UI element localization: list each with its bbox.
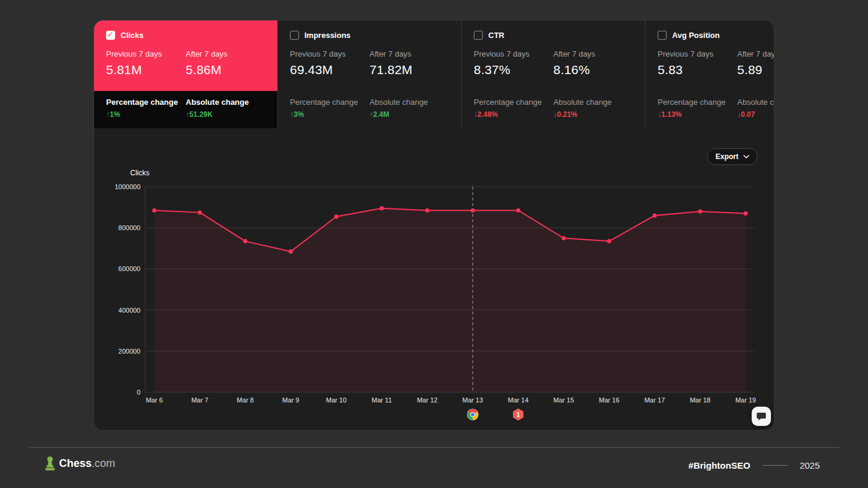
footer-dash — [763, 465, 788, 466]
x-tick-label: Mar 12 — [417, 396, 438, 404]
absolute-change-value: ↑51.29K — [186, 110, 265, 119]
metric-tab-ctr[interactable]: CTR Previous 7 days 8.37% After 7 days 8… — [461, 20, 645, 128]
metric-values: Previous 7 days 69.43M After 7 days 71.8… — [278, 49, 461, 77]
metric-values: Previous 7 days 5.81M After 7 days 5.86M — [94, 49, 277, 77]
data-point[interactable] — [425, 208, 429, 213]
previous-period-value: 5.81M — [106, 63, 186, 77]
previous-period-label: Previous 7 days — [290, 49, 370, 58]
metric-tab-impressions[interactable]: Impressions Previous 7 days 69.43M After… — [277, 20, 461, 128]
brand-suffix: .com — [92, 457, 115, 469]
metric-tab-label: Clicks — [121, 31, 143, 40]
absolute-change-label: Absolute change — [370, 98, 449, 107]
y-tick-label: 200000 — [118, 348, 140, 355]
percentage-change-label: Percentage change — [658, 98, 737, 107]
brand-text: Chess.com — [59, 455, 115, 471]
after-period-label: After 7 days — [370, 49, 449, 58]
percentage-change-value: ↑1% — [106, 110, 186, 119]
chevron-down-icon — [743, 155, 749, 158]
footer-right: #BrightonSEO 2025 — [688, 460, 820, 471]
note-marker[interactable]: 1 — [513, 408, 523, 421]
percentage-change-value: ↓1.13% — [658, 110, 737, 119]
export-button-label: Export — [715, 152, 738, 161]
series-area — [154, 208, 746, 392]
clicks-checkbox[interactable] — [106, 31, 115, 40]
event-year: 2025 — [800, 460, 820, 471]
after-period-value: 8.16% — [553, 63, 633, 77]
x-tick-label: Mar 10 — [326, 396, 347, 404]
data-point[interactable] — [744, 211, 748, 216]
y-tick-label: 800000 — [118, 224, 140, 231]
after-period-label: After 7 days — [186, 49, 265, 58]
data-point[interactable] — [334, 214, 338, 219]
absolute-change-label: Absolute change — [737, 98, 775, 107]
change-strip: Percentage change ↓2.48% Absolute change… — [462, 91, 645, 128]
data-point[interactable] — [516, 208, 520, 213]
percentage-change-label: Percentage change — [474, 98, 553, 107]
previous-period-value: 69.43M — [290, 63, 370, 77]
footer-divider — [29, 447, 839, 448]
previous-period-label: Previous 7 days — [474, 49, 553, 58]
tab-head: Avg Position — [646, 20, 775, 40]
chess-pawn-icon — [43, 455, 57, 471]
slide-background: { "metrics": [ {"label":"Clicks","select… — [0, 0, 868, 488]
percentage-change-label: Percentage change — [290, 98, 370, 107]
x-tick-label: Mar 8 — [237, 396, 254, 404]
y-tick-label: 0 — [137, 389, 140, 396]
absolute-change-value: ↓0.21% — [553, 110, 633, 119]
chart-section: Export Clicks 02000004000006000008000001… — [94, 128, 774, 430]
x-tick-label: Mar 9 — [282, 396, 299, 404]
chat-bubble-icon — [756, 411, 767, 422]
avg-position-checkbox[interactable] — [658, 31, 667, 40]
chart-title: Clicks — [130, 169, 149, 177]
previous-period-value: 5.83 — [658, 63, 737, 77]
data-point[interactable] — [243, 239, 247, 243]
tab-head: Clicks — [94, 20, 277, 40]
x-tick-label: Mar 13 — [462, 396, 483, 404]
data-point[interactable] — [698, 209, 702, 213]
svg-text:1: 1 — [517, 411, 520, 418]
metric-tab-avg-position[interactable]: Avg Position Previous 7 days 5.83 After … — [645, 20, 775, 128]
data-point[interactable] — [153, 208, 157, 213]
y-tick-label: 1000000 — [115, 183, 140, 190]
percentage-change-label: Percentage change — [106, 98, 186, 107]
percentage-change-value: ↓2.48% — [474, 110, 553, 119]
data-point[interactable] — [289, 249, 293, 254]
x-tick-label: Mar 16 — [599, 396, 619, 404]
data-point[interactable] — [607, 239, 611, 243]
previous-period-label: Previous 7 days — [658, 49, 737, 58]
x-tick-label: Mar 17 — [644, 396, 665, 404]
absolute-change-label: Absolute change — [553, 98, 633, 107]
x-tick-label: Mar 11 — [372, 396, 392, 404]
data-point[interactable] — [562, 236, 566, 240]
after-period-value: 5.86M — [186, 63, 265, 77]
change-strip: Percentage change ↑3% Absolute change ↑2… — [278, 91, 461, 128]
metric-tab-label: CTR — [488, 31, 505, 40]
brand-main: Chess — [59, 457, 92, 469]
analytics-panel: Clicks Previous 7 days 5.81M After 7 day… — [93, 20, 775, 431]
event-hashtag: #BrightonSEO — [688, 460, 750, 471]
after-period-value: 5.89 — [737, 63, 775, 77]
tab-head: Impressions — [278, 20, 461, 40]
absolute-change-value: ↓0.07 — [737, 110, 775, 119]
chrome-icon[interactable] — [467, 409, 479, 421]
metric-tab-label: Avg Position — [672, 31, 720, 40]
y-tick-label: 400000 — [118, 307, 140, 314]
chat-widget-button[interactable] — [752, 407, 771, 426]
impressions-checkbox[interactable] — [290, 31, 299, 40]
after-period-label: After 7 days — [553, 49, 633, 58]
x-tick-label: Mar 14 — [508, 396, 529, 404]
chess-com-logo: Chess.com — [43, 455, 115, 471]
x-tick-label: Mar 18 — [690, 396, 710, 404]
data-point[interactable] — [653, 213, 657, 217]
ctr-checkbox[interactable] — [474, 31, 483, 40]
metric-tab-clicks[interactable]: Clicks Previous 7 days 5.81M After 7 day… — [94, 20, 277, 128]
data-point[interactable] — [380, 206, 384, 210]
change-strip: Percentage change ↓1.13% Absolute change… — [646, 91, 775, 128]
x-tick-label: Mar 6 — [146, 396, 163, 404]
export-button[interactable]: Export — [707, 148, 758, 165]
metric-tabs: Clicks Previous 7 days 5.81M After 7 day… — [94, 20, 774, 129]
absolute-change-label: Absolute change — [186, 98, 265, 107]
change-strip: Percentage change ↑1% Absolute change ↑5… — [94, 91, 277, 128]
data-point[interactable] — [471, 208, 475, 213]
data-point[interactable] — [198, 210, 202, 214]
